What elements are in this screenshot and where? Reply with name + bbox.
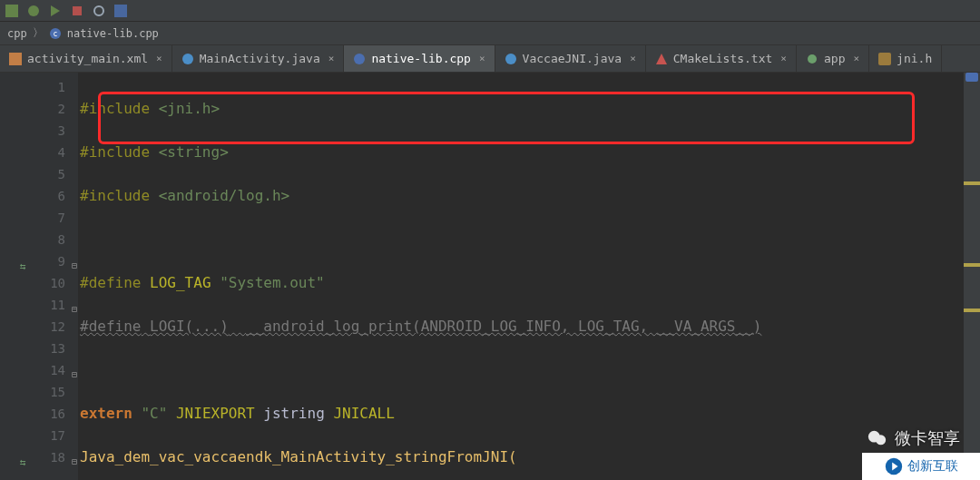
close-icon[interactable]: × [328, 53, 335, 64]
tab-label: CMakeLists.txt [673, 52, 773, 65]
svg-point-16 [876, 435, 886, 445]
breadcrumb-item[interactable]: native-lib.cpp [67, 27, 159, 40]
svg-marker-12 [656, 54, 667, 64]
svg-rect-3 [73, 6, 82, 15]
warning-marker[interactable] [964, 309, 980, 312]
fold-icon[interactable]: ⊟ [68, 255, 77, 264]
watermark-label: 创新互联 [907, 458, 958, 475]
svg-point-13 [808, 54, 817, 64]
line-number: 2 [24, 98, 78, 120]
bug-icon[interactable] [27, 5, 40, 17]
tab-label: activity_main.xml [27, 52, 148, 65]
line-number: 8 [24, 229, 78, 250]
tab-activity-main[interactable]: activity_main.xml× [0, 45, 172, 72]
line-number: 11⊟ [24, 294, 78, 316]
svg-point-1 [28, 5, 39, 16]
tab-cmakelists[interactable]: CMakeLists.txt× [646, 45, 797, 72]
line-number: 5 [24, 163, 78, 185]
java-class-icon [505, 53, 517, 65]
tab-label: app [824, 52, 845, 65]
wechat-icon [866, 428, 889, 448]
line-number: 13 [24, 338, 78, 359]
code-token: #define [80, 274, 141, 291]
code-token: __android_log_print(ANDROID_LOG_INFO, LO… [246, 318, 761, 335]
line-number: 3 [24, 120, 78, 142]
line-number: 9⊟⇆ [24, 250, 78, 272]
watermark-footer: 创新互联 [862, 453, 980, 480]
breadcrumb-sep: 〉 [33, 25, 44, 41]
run-icon[interactable] [49, 5, 62, 17]
watermark-label: 微卡智享 [895, 427, 960, 449]
svg-rect-14 [878, 53, 891, 65]
line-number: 16 [24, 403, 78, 425]
cpp-file-icon: c [49, 27, 62, 40]
fold-icon[interactable]: ⊟ [68, 299, 77, 308]
code-token: #define [80, 318, 141, 335]
line-number: 12 [24, 316, 78, 338]
logo-icon [884, 456, 904, 476]
tab-label: MainActivity.java [200, 52, 320, 65]
git-icon[interactable] [114, 5, 127, 17]
code-editor[interactable]: 1 2 3 4 5 6 7 8 9⊟⇆ 10 11⊟ 12 13 14⊟ 15 … [0, 73, 980, 480]
line-number: 15 [24, 381, 78, 403]
main-toolbar [0, 0, 980, 22]
override-icon: ⇆ [20, 452, 26, 474]
warning-marker[interactable] [964, 263, 980, 267]
code-token: LOG_TAG [150, 274, 211, 291]
close-icon[interactable]: × [630, 53, 636, 64]
fold-end-icon[interactable]: ⊟ [68, 364, 77, 373]
vertical-scrollbar[interactable] [964, 73, 980, 480]
sync-icon[interactable] [93, 5, 105, 17]
fold-icon[interactable]: ⊟ [68, 451, 77, 460]
editor-tabs: activity_main.xml× MainActivity.java× na… [0, 45, 980, 73]
scrollbar-thumb[interactable] [965, 73, 978, 82]
line-number: 7 [24, 207, 78, 229]
header-file-icon [878, 53, 891, 65]
code-area[interactable]: #include <jni.h> #include <string> #incl… [78, 73, 980, 480]
svg-marker-2 [51, 5, 60, 16]
close-icon[interactable]: × [156, 53, 162, 64]
line-number: 14⊟ [24, 359, 78, 381]
line-number: 18⊟⇆ [24, 446, 78, 468]
cpp-file-icon [353, 53, 366, 65]
svg-point-11 [505, 54, 516, 64]
breadcrumb-item[interactable]: cpp [7, 27, 27, 40]
line-number: 17 [24, 425, 78, 446]
gradle-file-icon [806, 53, 818, 65]
tab-native-lib[interactable]: native-lib.cpp× [344, 45, 495, 72]
line-number: 1 [24, 76, 78, 98]
svg-rect-0 [5, 5, 18, 17]
line-number-gutter: 1 2 3 4 5 6 7 8 9⊟⇆ 10 11⊟ 12 13 14⊟ 15 … [24, 73, 78, 480]
svg-point-10 [354, 54, 365, 64]
tab-label: native-lib.cpp [371, 52, 471, 65]
tab-label: VaccaeJNI.java [523, 52, 622, 65]
close-icon[interactable]: × [853, 53, 859, 64]
close-icon[interactable]: × [780, 53, 787, 64]
watermark-wechat: 微卡智享 [866, 427, 960, 449]
line-number: 6 [24, 185, 78, 207]
svg-rect-5 [114, 5, 127, 17]
cmake-file-icon [655, 53, 668, 65]
attach-icon[interactable] [71, 5, 83, 17]
xml-file-icon [9, 53, 22, 65]
tab-mainactivity[interactable]: MainActivity.java× [172, 45, 345, 72]
code-token: LOGI(...) [150, 318, 229, 335]
line-number: 10 [24, 272, 78, 294]
java-class-icon [181, 53, 194, 65]
code-token: Java_dem_vac_vaccaendk_MainActivity_stri… [80, 448, 517, 465]
breadcrumb: cpp 〉 c native-lib.cpp [0, 22, 980, 45]
hammer-icon[interactable] [5, 5, 18, 17]
line-number: 4 [24, 142, 78, 163]
tab-jni-h[interactable]: jni.h [869, 45, 942, 72]
code-token: "System.out" [220, 274, 325, 291]
svg-rect-8 [9, 53, 22, 65]
tab-label: jni.h [897, 52, 932, 65]
svg-point-4 [94, 6, 103, 15]
svg-point-9 [182, 54, 193, 64]
warning-marker[interactable] [964, 181, 980, 185]
tab-vaccaejni[interactable]: VaccaeJNI.java× [495, 45, 646, 72]
tab-app[interactable]: app× [797, 45, 869, 72]
close-icon[interactable]: × [479, 53, 485, 64]
svg-text:c: c [53, 30, 57, 38]
